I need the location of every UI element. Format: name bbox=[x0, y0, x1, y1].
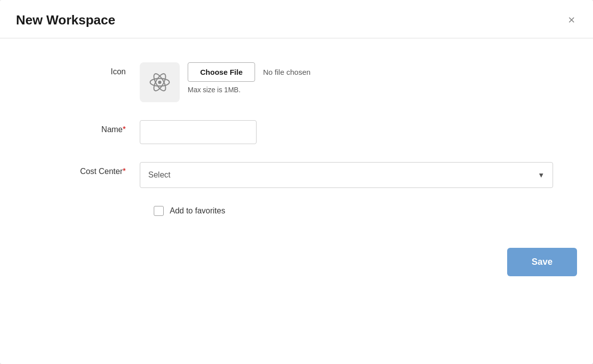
cost-center-label: Cost Center* bbox=[40, 162, 140, 176]
atom-icon bbox=[148, 70, 172, 94]
save-button[interactable]: Save bbox=[507, 248, 577, 276]
svg-point-3 bbox=[158, 81, 162, 84]
new-workspace-modal: New Workspace × Icon Choose File No file… bbox=[0, 0, 593, 364]
name-required-star: * bbox=[123, 125, 126, 134]
file-upload-area: Choose File No file chosen Max size is 1… bbox=[188, 62, 310, 94]
close-button[interactable]: × bbox=[566, 12, 577, 28]
icon-preview bbox=[140, 62, 180, 102]
cost-center-placeholder: Select bbox=[148, 171, 170, 180]
no-file-text: No file chosen bbox=[263, 68, 310, 76]
name-label: Name* bbox=[40, 120, 140, 134]
name-field-area bbox=[140, 120, 553, 144]
modal-header: New Workspace × bbox=[0, 0, 593, 38]
name-input[interactable] bbox=[140, 120, 257, 144]
modal-body: Icon Choose File No file chosen Max size… bbox=[0, 38, 593, 240]
cost-center-field-area: Select ▼ bbox=[140, 162, 553, 188]
choose-file-button[interactable]: Choose File bbox=[188, 62, 255, 82]
modal-footer: Save bbox=[0, 240, 593, 292]
cost-center-row: Cost Center* Select ▼ bbox=[40, 162, 553, 188]
modal-title: New Workspace bbox=[16, 12, 115, 28]
name-row: Name* bbox=[40, 120, 553, 144]
add-to-favorites-checkbox[interactable] bbox=[154, 206, 164, 216]
chevron-down-icon: ▼ bbox=[538, 171, 545, 179]
cost-center-select[interactable]: Select ▼ bbox=[140, 162, 553, 188]
icon-label: Icon bbox=[40, 62, 140, 76]
cost-center-required-star: * bbox=[123, 167, 126, 176]
add-to-favorites-label[interactable]: Add to favorites bbox=[170, 206, 225, 215]
favorites-row: Add to favorites bbox=[154, 206, 553, 216]
max-size-text: Max size is 1MB. bbox=[188, 86, 310, 94]
file-upload-row: Choose File No file chosen bbox=[188, 62, 310, 82]
icon-row: Icon Choose File No file chosen Max size… bbox=[40, 62, 553, 102]
